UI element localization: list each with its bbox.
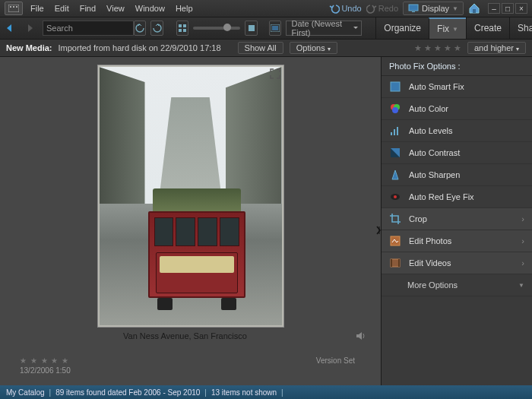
- tab-create[interactable]: Create: [466, 17, 509, 39]
- color-icon: [389, 103, 401, 115]
- rating-filter[interactable]: ★ ★ ★ ★ ★: [414, 43, 461, 53]
- fix-crop[interactable]: Crop ›: [382, 208, 532, 230]
- photo-date: 13/2/2006 1:50: [20, 366, 71, 375]
- fix-label: Auto Color: [409, 104, 448, 113]
- display-dropdown[interactable]: Display ▼: [403, 2, 464, 15]
- panel-collapse-handle[interactable]: [375, 221, 381, 239]
- rotate-left-icon: [135, 24, 144, 33]
- svg-rect-29: [391, 259, 392, 267]
- fix-auto-contrast[interactable]: Auto Contrast: [382, 142, 532, 164]
- menu-window[interactable]: Window: [135, 4, 165, 13]
- edit-photos-icon: [389, 235, 401, 247]
- photo-rating[interactable]: ★ ★ ★ ★ ★: [20, 356, 69, 365]
- search-input[interactable]: Search: [43, 21, 134, 36]
- menu-file[interactable]: File: [30, 4, 44, 13]
- options-dropdown[interactable]: Options▾: [290, 42, 337, 54]
- sort-label: Date (Newest First): [291, 19, 349, 37]
- arrow-right-icon: [24, 23, 36, 33]
- fix-edit-photos[interactable]: Edit Photos ›: [382, 230, 532, 252]
- svg-rect-1: [10, 6, 11, 8]
- edit-videos-icon: [389, 257, 401, 269]
- svg-point-20: [392, 107, 398, 113]
- expand-icon[interactable]: [270, 68, 280, 79]
- svg-rect-7: [179, 24, 182, 27]
- audio-icon[interactable]: [355, 331, 366, 341]
- svg-rect-9: [179, 29, 182, 32]
- filter-bar: New Media: Imported from hard disk on 22…: [0, 40, 532, 57]
- svg-rect-11: [249, 25, 255, 31]
- fix-label: Auto Contrast: [409, 148, 460, 157]
- nav-back[interactable]: [2, 21, 18, 36]
- svg-rect-21: [391, 132, 392, 135]
- smartfix-icon: [389, 81, 401, 93]
- and-higher-dropdown[interactable]: and higher▾: [467, 42, 526, 54]
- undo-label: Undo: [341, 4, 361, 13]
- fix-edit-videos[interactable]: Edit Videos ›: [382, 252, 532, 274]
- svg-rect-5: [412, 11, 415, 12]
- redo-button[interactable]: Redo: [366, 3, 398, 14]
- svg-rect-6: [473, 9, 476, 13]
- tab-share[interactable]: Share: [509, 17, 532, 39]
- thumb-size-slider[interactable]: [193, 27, 240, 30]
- redeye-icon: [389, 191, 401, 203]
- tab-fix[interactable]: Fix▼: [429, 17, 466, 39]
- fix-auto-color[interactable]: Auto Color: [382, 98, 532, 120]
- show-all-button[interactable]: Show All: [238, 42, 283, 54]
- fix-label: Edit Videos: [409, 258, 451, 268]
- arrow-left-icon: [4, 23, 16, 33]
- sort-dropdown[interactable]: Date (Newest First): [286, 21, 362, 36]
- photo-thumbnail[interactable]: [97, 65, 284, 328]
- svg-rect-22: [394, 129, 395, 135]
- rotate-left-button[interactable]: [134, 21, 146, 36]
- svg-rect-17: [391, 82, 400, 91]
- svg-rect-8: [183, 24, 186, 27]
- new-media-text: Imported from hard disk on 22/9/2010 17:…: [59, 43, 221, 52]
- menu-help[interactable]: Help: [176, 4, 193, 13]
- window-minimize[interactable]: –: [488, 3, 500, 14]
- search-placeholder: Search: [46, 24, 73, 33]
- menu-edit[interactable]: Edit: [55, 4, 69, 13]
- thumb-large-button[interactable]: [245, 21, 257, 36]
- home-icon[interactable]: [468, 2, 480, 14]
- undo-button[interactable]: Undo: [329, 3, 361, 14]
- new-media-label: New Media:: [6, 43, 52, 52]
- menu-view[interactable]: View: [106, 4, 125, 13]
- redo-icon: [366, 3, 377, 14]
- chevron-right-icon: ›: [521, 214, 524, 223]
- rotate-right-button[interactable]: [150, 21, 163, 36]
- version-set-label: Version Set: [316, 356, 355, 365]
- single-icon: [248, 24, 255, 32]
- chevron-right-icon: ›: [521, 236, 524, 245]
- display-label: Display: [422, 4, 449, 13]
- window-maximize[interactable]: □: [502, 3, 514, 14]
- thumb-small-button[interactable]: [176, 21, 188, 36]
- nav-forward[interactable]: [21, 21, 38, 36]
- svg-point-26: [394, 195, 397, 198]
- fix-auto-smart-fix[interactable]: Auto Smart Fix: [382, 76, 532, 98]
- fix-label: Auto Levels: [409, 126, 452, 135]
- fullscreen-icon: [271, 24, 280, 32]
- fullscreen-button[interactable]: [269, 21, 281, 36]
- contrast-icon: [389, 147, 401, 159]
- fix-label: Auto Red Eye Fix: [409, 192, 474, 201]
- fix-auto-sharpen[interactable]: Auto Sharpen: [382, 164, 532, 186]
- main-toolbar: Search Date (Newest First) Organize Fix▼…: [0, 17, 532, 40]
- app-logo: [5, 2, 23, 15]
- window-close[interactable]: ×: [515, 3, 527, 14]
- sharpen-icon: [389, 169, 401, 181]
- fix-panel: Photo Fix Options : Auto Smart Fix Auto …: [381, 57, 532, 385]
- more-options-dropdown[interactable]: More Options ▼: [382, 274, 532, 296]
- redo-label: Redo: [378, 4, 398, 13]
- menu-find[interactable]: Find: [80, 4, 96, 13]
- panel-title: Photo Fix Options :: [382, 57, 532, 76]
- chevron-right-icon: ›: [521, 258, 524, 268]
- svg-rect-13: [272, 26, 278, 30]
- photo-caption: Van Ness Avenue, San Francisco: [15, 331, 355, 340]
- photo-canvas: Van Ness Avenue, San Francisco ★ ★ ★ ★ ★…: [0, 57, 381, 385]
- tab-organize[interactable]: Organize: [375, 17, 429, 39]
- menu-bar: File Edit Find View Window Help Undo Red…: [0, 0, 532, 17]
- fix-auto-red-eye[interactable]: Auto Red Eye Fix: [382, 186, 532, 208]
- svg-rect-4: [409, 5, 418, 11]
- svg-rect-10: [183, 29, 186, 32]
- fix-auto-levels[interactable]: Auto Levels: [382, 120, 532, 142]
